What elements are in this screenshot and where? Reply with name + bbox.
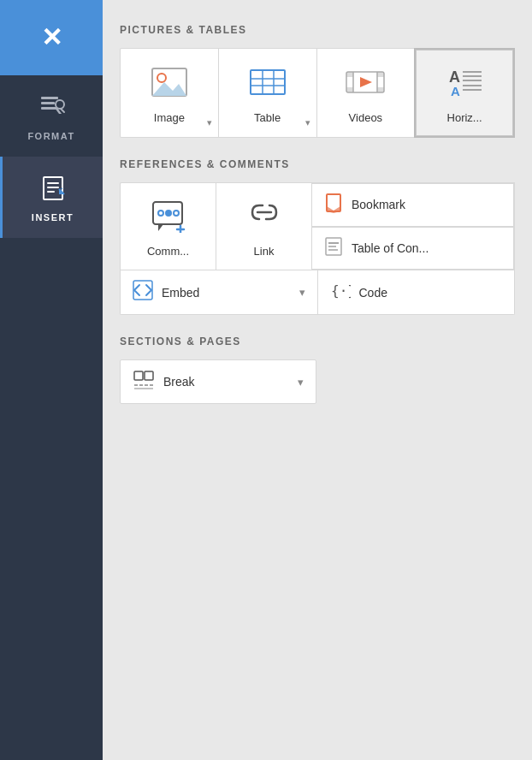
toc-button[interactable]: Table of Con...: [311, 227, 514, 270]
sidebar: ✕ FORMAT: [0, 0, 103, 760]
break-row: Break ▾: [120, 359, 515, 404]
image-dropdown-arrow: ▾: [207, 117, 212, 128]
embed-code-row: Embed ▾ {·} Code: [120, 270, 515, 315]
comment-button[interactable]: Comm...: [120, 182, 216, 270]
svg-rect-1: [41, 102, 55, 104]
code-button[interactable]: {·} Code: [317, 270, 516, 315]
break-dropdown-arrow: ▾: [298, 376, 304, 389]
pictures-row: Image ▾ Table ▾: [120, 48, 515, 138]
pictures-tables-title: PICTURES & TABLES: [120, 24, 515, 36]
table-button[interactable]: Table ▾: [218, 48, 316, 138]
insert-label: INSERT: [32, 212, 74, 223]
format-label: FORMAT: [27, 131, 74, 141]
table-icon: [247, 65, 288, 103]
code-icon: {·}: [330, 280, 351, 305]
svg-text:A: A: [449, 68, 460, 86]
svg-rect-52: [134, 371, 143, 380]
link-button[interactable]: Link: [216, 182, 311, 270]
break-icon: [133, 370, 155, 395]
svg-text:{·}: {·}: [331, 282, 351, 299]
svg-rect-25: [346, 87, 353, 92]
image-icon: [149, 65, 190, 103]
svg-rect-24: [377, 72, 384, 77]
svg-line-4: [61, 109, 64, 112]
videos-label: Videos: [349, 111, 383, 124]
svg-rect-26: [377, 87, 384, 92]
sidebar-item-insert[interactable]: INSERT: [0, 157, 103, 238]
svg-point-39: [174, 211, 179, 216]
horizontal-icon: A A: [444, 65, 485, 103]
embed-dropdown-arrow: ▾: [299, 286, 305, 299]
svg-rect-2: [41, 107, 56, 110]
videos-icon: [345, 65, 386, 103]
comment-icon: [150, 199, 187, 236]
horizontal-button[interactable]: A A Horiz...: [414, 48, 515, 138]
bookmark-label: Bookmark: [352, 198, 405, 211]
svg-rect-53: [145, 371, 153, 380]
videos-button[interactable]: Videos: [316, 48, 415, 138]
pictures-tables-section: PICTURES & TABLES Image ▾: [120, 24, 515, 138]
embed-icon: [133, 280, 153, 305]
close-button[interactable]: ✕: [0, 0, 103, 75]
embed-button[interactable]: Embed ▾: [120, 270, 317, 315]
link-label: Link: [254, 245, 275, 258]
format-icon: [37, 91, 66, 126]
sidebar-item-format[interactable]: FORMAT: [0, 75, 103, 157]
toc-icon: [324, 236, 343, 259]
svg-marker-36: [158, 224, 163, 231]
break-button[interactable]: Break ▾: [120, 359, 316, 404]
close-icon: ✕: [41, 25, 62, 50]
embed-label: Embed: [162, 286, 199, 300]
link-icon: [245, 199, 283, 236]
bookmark-button[interactable]: Bookmark: [311, 183, 514, 227]
svg-rect-15: [251, 70, 285, 94]
image-label: Image: [154, 111, 185, 124]
svg-text:A: A: [451, 84, 460, 98]
svg-point-13: [157, 74, 166, 82]
svg-point-3: [56, 100, 64, 109]
sections-pages-section: SECTIONS & PAGES Break ▾: [120, 335, 515, 404]
bookmark-icon: [324, 193, 343, 217]
insert-icon: [38, 172, 68, 207]
svg-marker-14: [152, 82, 186, 96]
table-label: Table: [254, 111, 281, 124]
svg-point-38: [158, 211, 163, 216]
sections-pages-title: SECTIONS & PAGES: [120, 335, 515, 347]
references-comments-title: REFERENCES & COMMENTS: [120, 158, 515, 170]
toc-label: Table of Con...: [352, 241, 429, 255]
comment-label: Comm...: [147, 245, 189, 258]
image-button[interactable]: Image ▾: [120, 48, 218, 138]
main-panel: PICTURES & TABLES Image ▾: [103, 0, 532, 760]
table-dropdown-arrow: ▾: [305, 117, 310, 128]
code-label: Code: [359, 286, 387, 300]
break-label: Break: [163, 375, 195, 389]
svg-marker-27: [360, 77, 372, 87]
svg-rect-0: [41, 97, 58, 99]
svg-rect-50: [133, 281, 152, 300]
references-comments-section: REFERENCES & COMMENTS: [120, 158, 515, 315]
svg-rect-23: [346, 72, 353, 77]
horizontal-label: Horiz...: [447, 111, 482, 124]
